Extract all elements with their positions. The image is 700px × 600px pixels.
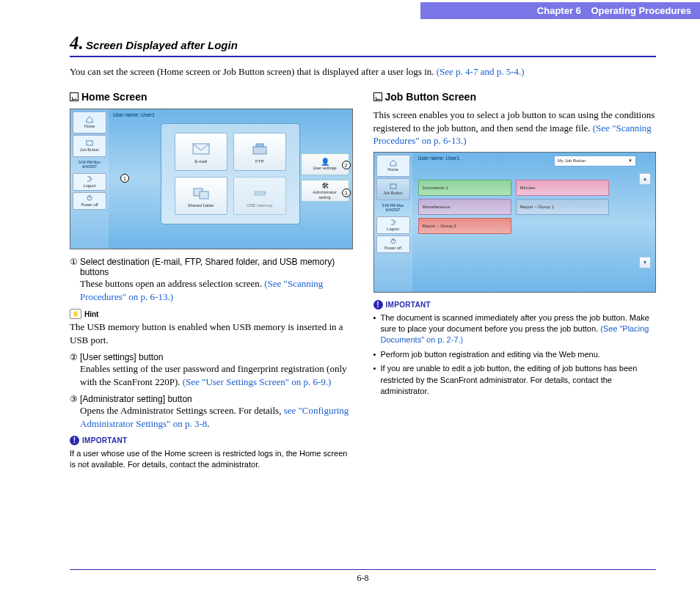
right-column: Job Button Screen This screen enables yo… <box>373 91 657 470</box>
job-screenshot-frame: Home Job Button 5:06 PM Mon6/4/2007 Logo… <box>373 152 657 293</box>
important-row: ! IMPORTANT <box>373 300 657 310</box>
jobbutton-paragraph: This screen enables you to select a job … <box>373 109 657 147</box>
important-icon: ! <box>70 436 79 445</box>
svg-rect-9 <box>263 192 266 194</box>
power-icon <box>86 194 93 202</box>
item-number: ③ <box>70 394 80 404</box>
ss-logout-button[interactable]: Logout <box>73 173 106 191</box>
ss-destination-panel: E-mail FTP Shared folder USB memory <box>161 123 300 224</box>
list-item: ②[User settings] button Enables setting … <box>70 352 353 388</box>
intro-paragraph: You can set the screen (Home screen or J… <box>70 66 656 78</box>
svg-rect-4 <box>253 147 266 154</box>
usb-icon <box>250 185 269 201</box>
ss-jobbutton-button[interactable]: Job Button <box>376 178 410 200</box>
item-title: [User settings] button <box>80 352 353 362</box>
item-body: Enables setting of the user password and… <box>80 362 353 388</box>
section-title: 4. Screen Displayed after Login <box>70 33 656 57</box>
ss-time: 5:04 PM Mon6/4/2007 <box>73 158 106 172</box>
svg-rect-8 <box>255 191 265 195</box>
section-number: 4. <box>70 33 84 53</box>
ss-jobbutton-button[interactable]: Job Button <box>73 135 106 157</box>
ss-username: User name: User1 <box>113 112 348 117</box>
important-text: If a user whose use of the Home screen i… <box>70 448 353 470</box>
hint-label: Hint <box>84 310 98 318</box>
user-icon: 👤 <box>321 158 329 166</box>
item-title: Select destination (E-mail, FTP, Shared … <box>80 257 353 277</box>
job-icon <box>390 183 397 190</box>
chapter-label: Chapter 6 <box>537 5 581 16</box>
list-item: If you are unable to edit a job button, … <box>373 363 657 397</box>
chapter-title: Operating Procedures <box>591 5 691 16</box>
ss-logout-button[interactable]: Logout <box>376 216 410 234</box>
intro-text: You can set the screen (Home screen or J… <box>70 66 437 77</box>
callout-2: 2 <box>342 161 351 169</box>
scroll-down-button[interactable]: ▼ <box>639 257 651 268</box>
scroll-up-button[interactable]: ▲ <box>639 173 651 185</box>
ss-email-button[interactable]: E-mail <box>175 133 227 171</box>
ss-sidebar: Home Job Button 5:04 PM Mon6/4/2007 Logo… <box>70 109 109 249</box>
section-ornament-icon <box>70 92 79 101</box>
svg-rect-10 <box>390 184 396 189</box>
chapter-header: Chapter 6 Operating Procedures <box>420 2 700 19</box>
svg-rect-5 <box>256 144 263 147</box>
logout-icon <box>390 219 397 226</box>
ss-main: User name: User1 E-mail FTP Shared folde… <box>109 109 352 249</box>
ss-sharedfolder-button[interactable]: Shared folder <box>175 177 227 215</box>
home-screenshot: 1 2 3 Home Job Button 5:04 PM Mon6/4/200… <box>70 109 352 249</box>
list-item: The document is scanned immediately afte… <box>373 312 657 346</box>
hint-text: The USB memory button is enabled when US… <box>70 321 353 346</box>
important-label: IMPORTANT <box>386 301 431 309</box>
ss-job-grid: Documents 1 Minutes Miscellaneous Report… <box>418 180 609 234</box>
home-item-list: ①Select destination (E-mail, FTP, Shared… <box>70 257 353 470</box>
intro-link[interactable]: (See p. 4-7 and p. 5-4.) <box>437 66 525 77</box>
hint-icon <box>70 309 81 319</box>
home-screen-heading: Home Screen <box>70 91 353 103</box>
ss-sidebar: Home Job Button 5:06 PM Mon6/4/2007 Logo… <box>374 153 412 292</box>
job-button-misc[interactable]: Miscellaneous <box>418 199 511 215</box>
job-button-report1[interactable]: Report – Group 1 <box>516 199 609 215</box>
job-screenshot: Home Job Button 5:06 PM Mon6/4/2007 Logo… <box>374 153 656 292</box>
section-text: Screen Displayed after Login <box>86 39 238 51</box>
power-icon <box>390 238 397 245</box>
job-icon <box>86 139 93 147</box>
job-button-report2[interactable]: Report – Group 2 <box>418 218 511 234</box>
admin-icon: 🛠 <box>321 182 329 190</box>
important-row: ! IMPORTANT <box>70 436 353 445</box>
page-content: 4. Screen Displayed after Login You can … <box>70 33 656 470</box>
ss-scrollbar: ▲ ▼ <box>639 173 651 268</box>
callout-3: 3 <box>342 189 351 197</box>
job-button-documents1[interactable]: Documents 1 <box>418 180 511 196</box>
ss-poweroff-button[interactable]: Power off <box>376 235 410 253</box>
email-icon <box>192 141 211 157</box>
svg-rect-7 <box>200 191 208 199</box>
ss-usb-button[interactable]: USB memory <box>233 177 286 215</box>
item-body: Opens the Administrator Settings screen.… <box>80 404 353 430</box>
cross-ref-link[interactable]: (See "User Settings Screen" on p. 6-9.) <box>183 376 332 387</box>
ss-home-button[interactable]: Home <box>376 155 410 177</box>
hint-row: Hint <box>70 309 353 319</box>
item-number: ① <box>70 257 80 277</box>
important-bullets: The document is scanned immediately afte… <box>373 312 657 398</box>
important-label: IMPORTANT <box>82 436 127 444</box>
ss-time: 5:06 PM Mon6/4/2007 <box>376 202 410 215</box>
left-column: Home Screen 1 2 3 Home Job Button 5:04 P… <box>70 91 353 470</box>
ss-job-dropdown[interactable]: My Job Button▼ <box>554 156 636 167</box>
home-icon <box>390 159 397 167</box>
page-number: 6-8 <box>357 573 369 583</box>
callout-1: 1 <box>120 174 129 183</box>
ss-ftp-button[interactable]: FTP <box>233 133 286 171</box>
list-item: Perform job button registration and edit… <box>373 349 657 360</box>
item-title: [Administrator setting] button <box>80 394 353 404</box>
svg-rect-0 <box>87 141 92 145</box>
section-ornament-icon <box>373 92 382 101</box>
ss-home-button[interactable]: Home <box>73 111 106 133</box>
item-number: ② <box>70 352 80 362</box>
page-footer: 6-8 <box>70 569 656 584</box>
list-item: ①Select destination (E-mail, FTP, Shared… <box>70 257 353 303</box>
home-icon <box>86 116 93 123</box>
home-screenshot-frame: 1 2 3 Home Job Button 5:04 PM Mon6/4/200… <box>70 109 353 249</box>
important-icon: ! <box>373 300 383 310</box>
job-button-minutes[interactable]: Minutes <box>516 180 609 196</box>
ss-poweroff-button[interactable]: Power off <box>73 192 106 210</box>
shared-folder-icon <box>192 185 211 201</box>
